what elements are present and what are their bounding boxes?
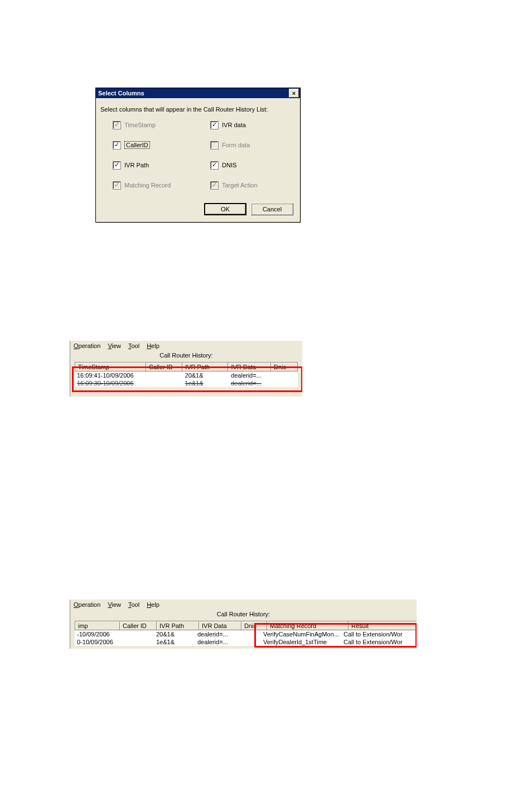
checkbox-callerid[interactable] — [113, 141, 121, 149]
column-header-dnis[interactable]: Dnis — [271, 363, 297, 371]
titlebar: Select Columns × — [96, 88, 300, 98]
column-header-matching-record[interactable]: Matching Record — [267, 621, 349, 630]
menu-tool[interactable]: Tool — [128, 601, 139, 608]
table-cell: 20&1& — [154, 630, 195, 638]
dialog-title: Select Columns — [98, 90, 144, 96]
menu-tool[interactable]: Tool — [128, 342, 139, 349]
table-cell — [147, 371, 183, 379]
checkbox-ivr-path[interactable] — [113, 161, 121, 170]
table-cell — [236, 638, 261, 646]
checkbox-target-action — [210, 181, 219, 190]
column-header-ivr-data[interactable]: IVR Data — [228, 363, 271, 371]
history-caption: Call Router History: — [70, 610, 417, 621]
checkbox-ivr-data[interactable] — [210, 121, 219, 129]
column-header-result[interactable]: Result — [349, 621, 417, 630]
history-header: impCaller IDIVR PathIVR DataDnisMatching… — [75, 621, 417, 630]
menu-view[interactable]: View — [108, 601, 121, 608]
table-cell: dealerid=... — [195, 638, 236, 646]
menu-operation[interactable]: Operation — [74, 342, 100, 349]
select-columns-dialog: Select Columns × Select columns that wil… — [95, 88, 301, 223]
checkbox-timestamp — [113, 121, 121, 129]
table-cell: VerifyCaseNumFinAgMon... — [261, 630, 341, 638]
table-cell: -10/09/2006 — [75, 630, 118, 638]
checkbox-row-target-action: Target Action — [210, 181, 296, 190]
column-header-caller-id[interactable]: Caller ID — [146, 363, 182, 371]
column-header-dnis[interactable]: Dnis — [241, 621, 267, 630]
checkbox-row-timestamp: TimeStamp — [113, 120, 198, 129]
table-cell: 16:09:30-10/09/2006 — [75, 379, 147, 387]
table-cell: 16:09:41-10/09/2006 — [75, 371, 147, 379]
table-cell: VerifyDealerId_1stTime — [261, 638, 341, 646]
menu-view[interactable]: View — [108, 342, 121, 349]
table-cell: 0-10/09/2006 — [75, 638, 118, 646]
table-cell — [272, 371, 298, 379]
column-header-caller-id[interactable]: Caller ID — [120, 621, 157, 630]
checkbox-form-data — [210, 141, 219, 149]
table-cell: dealerid=... — [229, 379, 272, 387]
history-panel-left: Operation View Tool Help Call Router His… — [70, 341, 302, 397]
dialog-body: Select columns that will appear in the C… — [96, 98, 300, 222]
ok-button[interactable]: OK — [204, 203, 246, 215]
checkbox-label: IVR data — [222, 122, 246, 128]
checkbox-matching-record — [113, 181, 121, 190]
checkbox-row-callerid: CallerID — [113, 141, 198, 149]
menu-help[interactable]: Help — [147, 601, 159, 608]
history-caption: Call Router History: — [70, 351, 302, 362]
column-header-timestamp[interactable]: TimeStamp — [75, 363, 146, 371]
table-cell — [272, 379, 298, 387]
history-header: TimeStampCaller IDIVR PathIVR DataDnis — [75, 362, 298, 371]
table-cell: 1e&1& — [183, 379, 229, 387]
table-cell — [147, 379, 183, 387]
cancel-button[interactable]: Cancel — [251, 203, 293, 215]
close-button[interactable]: × — [289, 89, 299, 98]
checkbox-label: IVR Path — [124, 162, 149, 168]
checkbox-row-matching-record: Matching Record — [113, 181, 198, 190]
checkbox-label: Matching Record — [124, 182, 171, 189]
table-row[interactable]: -10/09/200620&1&dealerid=...VerifyCaseNu… — [75, 630, 417, 638]
table-cell: dealerid=... — [229, 371, 272, 379]
menubar: Operation View Tool Help — [70, 341, 302, 351]
checkbox-label: DNIS — [222, 162, 236, 168]
table-row[interactable]: 16:09:30-10/09/20061e&1&dealerid=... — [75, 379, 298, 387]
checkbox-row-ivr-data: IVR data — [210, 120, 296, 129]
column-header-ivr-data[interactable]: IVR Data — [199, 621, 241, 630]
table-cell — [236, 630, 261, 638]
table-cell — [118, 638, 154, 646]
table-row[interactable]: 16:09:41-10/09/200620&1&dealerid=... — [75, 371, 298, 379]
menu-operation[interactable]: Operation — [74, 601, 100, 608]
table-cell: Call to Extension/Wor — [341, 638, 413, 646]
checkbox-label: TimeStamp — [124, 122, 156, 128]
checkbox-row-dnis: DNIS — [210, 161, 296, 170]
checkbox-label: Target Action — [222, 182, 258, 189]
checkbox-dnis[interactable] — [210, 161, 219, 170]
checkbox-label: Form data — [222, 142, 250, 148]
column-header-ivr-path[interactable]: IVR Path — [157, 621, 199, 630]
checkbox-row-form-data: Form data — [210, 141, 296, 149]
table-cell: Call to Extension/Wor — [341, 630, 413, 638]
table-cell: 20&1& — [183, 371, 229, 379]
table-cell: dealerid=... — [195, 630, 236, 638]
table-row[interactable]: 0-10/09/20061e&1&dealerid=...VerifyDeale… — [75, 638, 417, 646]
menu-help[interactable]: Help — [147, 342, 159, 349]
column-header-imp[interactable]: imp — [75, 621, 120, 630]
table-cell: 1e&1& — [154, 638, 195, 646]
dialog-instruction: Select columns that will appear in the C… — [100, 106, 296, 113]
checkbox-row-ivr-path: IVR Path — [113, 161, 198, 170]
column-header-ivr-path[interactable]: IVR Path — [182, 363, 228, 371]
checkbox-label: CallerID — [124, 141, 150, 149]
table-cell — [118, 630, 154, 638]
menubar: Operation View Tool Help — [70, 600, 417, 610]
history-panel-right: Operation View Tool Help Call Router His… — [70, 600, 417, 649]
